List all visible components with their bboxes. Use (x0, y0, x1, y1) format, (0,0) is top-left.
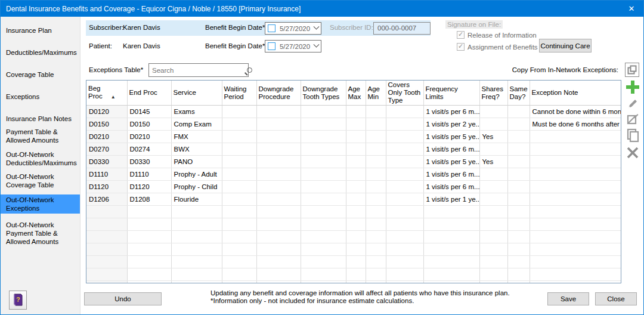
table-cell[interactable]: 1 visit/s per 6 m... (423, 143, 479, 156)
table-cell[interactable] (479, 206, 507, 218)
table-cell[interactable] (366, 181, 386, 193)
table-cell[interactable] (86, 218, 127, 231)
sidebar-item-deductibles-maximums[interactable]: Deductibles/Maximums (1, 47, 80, 58)
table-cell[interactable] (507, 181, 530, 193)
table-cell[interactable] (301, 231, 346, 243)
edit-blocked-icon[interactable] (626, 112, 639, 125)
table-cell[interactable] (386, 268, 423, 281)
table-cell[interactable] (479, 256, 507, 268)
table-cell[interactable] (346, 193, 366, 206)
table-cell[interactable] (301, 281, 346, 284)
column-header-service[interactable]: Service (171, 81, 222, 106)
table-cell[interactable] (256, 243, 301, 256)
table-cell[interactable]: D1120 (127, 181, 171, 193)
add-icon[interactable] (626, 80, 640, 94)
sidebar-item-insurance-plan[interactable]: Insurance Plan (1, 25, 80, 36)
table-cell[interactable] (507, 231, 530, 243)
table-cell[interactable] (479, 231, 507, 243)
table-cell[interactable] (386, 218, 423, 231)
table-row[interactable] (86, 281, 621, 284)
column-header-age-min[interactable]: Age Min (366, 81, 386, 106)
table-cell[interactable] (256, 131, 301, 143)
column-header-waiting-period[interactable]: Waiting Period (222, 81, 256, 106)
table-cell[interactable] (301, 256, 346, 268)
table-cell[interactable] (366, 218, 386, 231)
table-cell[interactable] (222, 131, 256, 143)
table-cell[interactable] (301, 168, 346, 181)
table-cell[interactable] (386, 256, 423, 268)
table-cell[interactable] (222, 206, 256, 218)
table-cell[interactable]: Flouride (171, 193, 222, 206)
table-cell[interactable] (346, 281, 366, 284)
table-cell[interactable] (171, 231, 222, 243)
duplicate-icon[interactable] (626, 128, 640, 143)
table-cell[interactable] (86, 256, 127, 268)
column-header-downgrade-tooth-types[interactable]: Downgrade Tooth Types (301, 81, 346, 106)
table-cell[interactable] (366, 118, 386, 131)
table-cell[interactable] (86, 231, 127, 243)
table-cell[interactable] (507, 143, 530, 156)
patient-benefit-begin-date-picker[interactable]: 5/27/2020 (265, 40, 321, 52)
table-cell[interactable]: 1 visit/s per 1 ye... (423, 193, 479, 206)
table-cell[interactable] (222, 268, 256, 281)
table-cell[interactable] (479, 268, 507, 281)
table-cell[interactable] (346, 243, 366, 256)
table-cell[interactable]: D1208 (127, 193, 171, 206)
table-cell[interactable] (346, 118, 366, 131)
table-cell[interactable] (301, 243, 346, 256)
table-cell[interactable] (86, 243, 127, 256)
table-cell[interactable] (386, 181, 423, 193)
table-cell[interactable] (386, 131, 423, 143)
table-cell[interactable]: D0270 (86, 143, 127, 156)
table-row[interactable] (86, 268, 621, 281)
close-button[interactable]: Close (595, 292, 637, 305)
table-cell[interactable] (222, 168, 256, 181)
table-cell[interactable] (386, 143, 423, 156)
table-cell[interactable] (171, 268, 222, 281)
table-cell[interactable]: 1 visit/s per 5 ye... (423, 131, 479, 143)
table-cell[interactable] (530, 181, 621, 193)
table-cell[interactable] (86, 206, 127, 218)
table-cell[interactable] (86, 281, 127, 284)
table-cell[interactable] (301, 131, 346, 143)
table-cell[interactable] (423, 243, 479, 256)
table-cell[interactable] (127, 206, 171, 218)
table-cell[interactable]: Yes (479, 131, 507, 143)
table-cell[interactable] (222, 231, 256, 243)
table-cell[interactable] (346, 156, 366, 168)
table-cell[interactable] (366, 256, 386, 268)
table-cell[interactable] (256, 193, 301, 206)
table-cell[interactable] (366, 243, 386, 256)
table-row[interactable]: D0210D0210FMX 1 visit/s per 5 ye...Yes (86, 131, 621, 143)
delete-icon[interactable] (626, 146, 640, 160)
table-cell[interactable] (386, 243, 423, 256)
table-row[interactable] (86, 218, 621, 231)
table-cell[interactable] (171, 243, 222, 256)
table-cell[interactable]: FMX (171, 131, 222, 143)
table-cell[interactable]: D0150 (127, 118, 171, 131)
table-cell[interactable] (366, 168, 386, 181)
table-cell[interactable] (507, 243, 530, 256)
table-cell[interactable]: Prophy - Adult (171, 168, 222, 181)
search-box[interactable] (148, 63, 249, 77)
table-cell[interactable] (256, 281, 301, 284)
table-cell[interactable]: PANO (171, 156, 222, 168)
table-cell[interactable] (423, 268, 479, 281)
table-cell[interactable] (479, 168, 507, 181)
table-cell[interactable] (507, 118, 530, 131)
table-cell[interactable] (127, 256, 171, 268)
table-cell[interactable]: Yes (479, 156, 507, 168)
table-cell[interactable] (256, 231, 301, 243)
table-cell[interactable]: D0145 (127, 106, 171, 118)
column-header-frequency-limits[interactable]: Frequency Limits (423, 81, 479, 106)
table-cell[interactable]: BWX (171, 143, 222, 156)
table-cell[interactable] (346, 131, 366, 143)
column-header-downgrade-procedure[interactable]: Downgrade Procedure (256, 81, 301, 106)
copy-from-in-network-button[interactable] (625, 63, 639, 77)
table-row[interactable] (86, 243, 621, 256)
table-cell[interactable] (366, 106, 386, 118)
sidebar-item-out-of-network-coverage-table[interactable]: Out-Of-Network Coverage Table (1, 171, 80, 190)
table-cell[interactable] (301, 181, 346, 193)
release-of-information-checkbox[interactable] (457, 31, 465, 39)
table-cell[interactable] (507, 268, 530, 281)
